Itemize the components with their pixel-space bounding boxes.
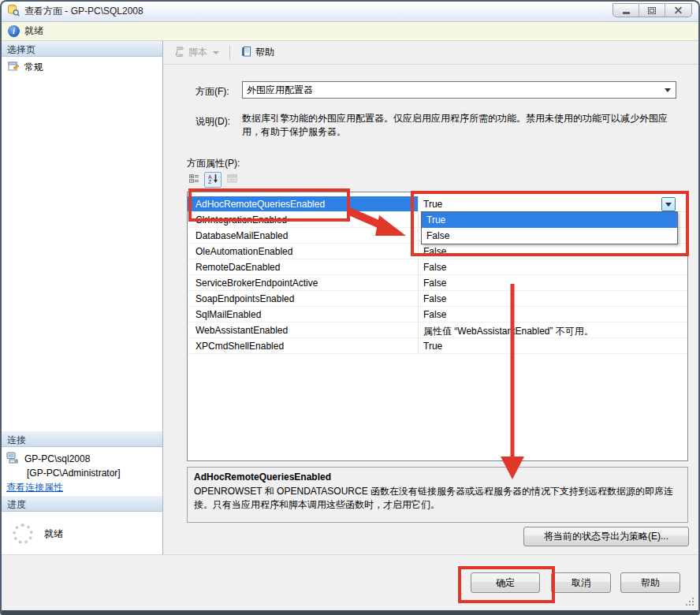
table-row[interactable]: ServiceBrokerEndpointActive False: [188, 275, 687, 291]
facet-label: 方面(F):: [195, 85, 229, 99]
connection-header: 连接: [2, 431, 162, 447]
connection-server: GP-PC\sql2008: [24, 453, 90, 464]
facet-combobox-value: 外围应用配置器: [247, 84, 313, 97]
server-icon: [6, 451, 20, 466]
table-row[interactable]: AdHocRemoteQueriesEnabled True: [188, 196, 687, 212]
spinner-icon: [13, 524, 33, 544]
dropdown-option-false[interactable]: False: [422, 228, 677, 244]
progress-area: 就绪: [2, 512, 162, 556]
categorized-button[interactable]: [185, 172, 203, 188]
table-row[interactable]: OleAutomationEnabled False: [188, 244, 687, 259]
bottom-button-bar: 确定 取消 帮助: [2, 554, 698, 610]
property-name-cell[interactable]: WebAssistantEnabled: [188, 322, 419, 337]
resize-grip-icon[interactable]: [684, 596, 694, 606]
cancel-button[interactable]: 取消: [551, 572, 611, 593]
help-book-icon: [240, 46, 252, 60]
table-row[interactable]: WebAssistantEnabled 属性值 “WebAssistantEna…: [188, 322, 687, 338]
view-facets-dialog: 查看方面 - GP-PC\SQL2008 i 就绪 选择页 常规: [0, 0, 700, 615]
table-row[interactable]: SqlMailEnabled False: [188, 307, 687, 322]
content-pane: 脚本 帮助: [163, 41, 698, 556]
help-toolbar-button[interactable]: 帮助: [236, 43, 278, 62]
window-controls: [612, 3, 692, 17]
connection-info: GP-PC\sql2008 [GP-PC\Administrator] 查看连接…: [2, 447, 162, 496]
chevron-down-icon: [665, 203, 672, 207]
property-value-cell[interactable]: False: [419, 259, 687, 274]
chevron-down-icon: [213, 51, 219, 54]
facet-description: 数据库引擎功能的外围应用配置器。仅应启用应用程序所需的功能。禁用未使用的功能可以…: [242, 112, 680, 139]
titlebar: 查看方面 - GP-PC\SQL2008: [2, 2, 698, 22]
minimize-button[interactable]: [613, 4, 639, 17]
property-name-cell[interactable]: DatabaseMailEnabled: [188, 228, 419, 243]
dialog-body: 选择页 常规 连接: [2, 41, 698, 556]
window-title: 查看方面 - GP-PC\SQL2008: [24, 5, 143, 18]
chevron-down-icon: [665, 88, 671, 92]
property-value-cell[interactable]: False: [419, 307, 687, 322]
select-page-header: 选择页: [2, 41, 162, 57]
property-value-text: True: [423, 199, 442, 210]
help-button[interactable]: 帮助: [620, 572, 680, 593]
value-dropdown-list[interactable]: True False: [421, 211, 678, 244]
table-row[interactable]: XPCmdShellEnabled True: [188, 338, 687, 354]
property-name-cell[interactable]: RemoteDacEnabled: [188, 259, 419, 274]
property-name-cell[interactable]: OleAutomationEnabled: [188, 244, 419, 259]
facet-properties-label: 方面属性(P):: [187, 157, 240, 170]
ok-button[interactable]: 确定: [471, 572, 540, 593]
maximize-button[interactable]: [639, 4, 665, 17]
sidebar-spacer: [2, 78, 162, 431]
toolbar-separator: [229, 46, 230, 59]
sidebar-item-label: 常规: [24, 61, 43, 74]
maximize-icon: [648, 7, 656, 14]
table-row[interactable]: SoapEndpointsEnabled False: [188, 291, 687, 307]
property-value-cell[interactable]: True: [419, 196, 687, 211]
description-label: 说明(D):: [195, 115, 230, 129]
value-combo-button[interactable]: [661, 197, 676, 211]
property-value-cell[interactable]: True: [419, 338, 687, 353]
status-text: 就绪: [24, 24, 43, 38]
export-policy-button[interactable]: 将当前的状态导出为策略(E)...: [523, 527, 689, 546]
property-value-cell[interactable]: False: [419, 275, 687, 290]
sidebar: 选择页 常规 连接: [2, 41, 163, 556]
progress-status: 就绪: [44, 527, 63, 541]
property-grid-toolbar: A Z: [185, 172, 240, 188]
script-button[interactable]: 脚本: [169, 43, 223, 62]
property-pages-icon: [227, 173, 237, 187]
help-toolbar-label: 帮助: [255, 46, 274, 59]
property-pages-button[interactable]: [223, 172, 240, 188]
script-scroll-icon: [173, 46, 185, 60]
general-page-icon: [8, 61, 20, 74]
script-button-label: 脚本: [188, 46, 207, 59]
categorized-icon: [189, 173, 199, 187]
close-button[interactable]: [665, 4, 691, 17]
property-name-cell[interactable]: AdHocRemoteQueriesEnabled: [188, 196, 419, 211]
table-row[interactable]: RemoteDacEnabled False: [188, 259, 687, 275]
dropdown-option-true[interactable]: True: [422, 212, 677, 228]
content-toolbar: 脚本 帮助: [163, 41, 698, 65]
alphabetical-sort-icon: A Z: [208, 173, 218, 187]
property-name-cell[interactable]: XPCmdShellEnabled: [188, 338, 419, 353]
info-icon: i: [8, 25, 20, 37]
database-search-icon: [7, 4, 20, 20]
sidebar-item-general[interactable]: 常规: [2, 57, 162, 78]
view-connection-properties-link[interactable]: 查看连接属性: [6, 481, 63, 494]
property-name-cell[interactable]: ClrIntegrationEnabled: [188, 212, 419, 227]
property-value-cell[interactable]: 属性值 “WebAssistantEnabled” 不可用。: [419, 322, 687, 337]
property-name-cell[interactable]: ServiceBrokerEndpointActive: [188, 275, 419, 290]
property-name-cell[interactable]: SoapEndpointsEnabled: [188, 291, 419, 306]
property-detail-title: AdHocRemoteQueriesEnabled: [194, 472, 681, 483]
property-name-cell[interactable]: SqlMailEnabled: [188, 307, 419, 322]
alphabetical-sort-button[interactable]: A Z: [204, 172, 222, 188]
status-strip: i 就绪: [2, 22, 698, 41]
minimize-icon: [623, 12, 630, 14]
connection-user: [GP-PC\Administrator]: [27, 468, 158, 479]
facet-combobox[interactable]: 外围应用配置器: [242, 81, 676, 99]
property-value-cell[interactable]: False: [419, 244, 687, 259]
close-icon: [674, 6, 683, 15]
property-value-cell[interactable]: False: [419, 291, 687, 306]
property-detail-panel: AdHocRemoteQueriesEnabled OPENROWSET 和 O…: [187, 467, 688, 523]
property-detail-text: OPENROWSET 和 OPENDATASOURCE 函数在没有链接服务器或远…: [194, 485, 681, 512]
svg-text:Z: Z: [208, 179, 212, 184]
progress-header: 进度: [2, 496, 162, 512]
